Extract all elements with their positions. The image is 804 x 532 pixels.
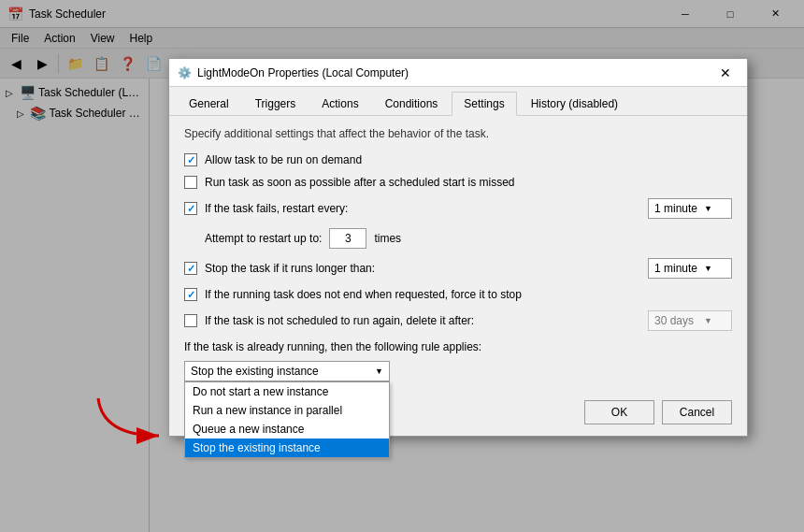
option-do-not-start[interactable]: Do not start a new instance [185, 382, 389, 401]
tabs-container: General Triggers Actions Conditions Sett… [169, 87, 747, 116]
dropdown-stop-arrow: ▼ [704, 264, 712, 273]
rule-dropdown-value: Stop the existing instance [191, 365, 319, 378]
label-stop-longer: Stop the task if it runs longer than: [205, 262, 640, 275]
label-run-missed: Run task as soon as possible after a sch… [205, 176, 732, 189]
checkbox-run-missed[interactable] [184, 176, 197, 189]
checkbox-force-stop[interactable] [184, 288, 197, 301]
dropdown-delete-arrow: ▼ [704, 316, 712, 325]
dropdown-restart-interval[interactable]: 1 minute ▼ [648, 198, 732, 219]
dropdown-stop-duration[interactable]: 1 minute ▼ [648, 258, 732, 279]
option-queue[interactable]: Queue a new instance [185, 420, 389, 439]
option-stop-existing[interactable]: Stop the existing instance [185, 439, 389, 457]
tab-actions[interactable]: Actions [309, 92, 370, 116]
dropdown-stop-value: 1 minute [654, 262, 697, 275]
dropdown-restart-value: 1 minute [654, 202, 697, 215]
modal-overlay: ⚙️ LightModeOn Properties (Local Compute… [0, 0, 804, 532]
setting-delete-after: If the task is not scheduled to run agai… [184, 310, 732, 331]
dropdown-restart-arrow: ▼ [704, 204, 712, 213]
setting-stop-longer: Stop the task if it runs longer than: 1 … [184, 258, 732, 279]
cancel-button[interactable]: Cancel [662, 400, 732, 424]
dropdown-delete-duration[interactable]: 30 days ▼ [648, 310, 732, 331]
dropdown-delete-value: 30 days [654, 314, 694, 327]
rule-dropdown-container: Stop the existing instance ▼ Do not star… [184, 361, 390, 381]
setting-run-missed: Run task as soon as possible after a sch… [184, 176, 732, 189]
label-delete-after: If the task is not scheduled to run agai… [205, 314, 640, 327]
option-run-parallel[interactable]: Run a new instance in parallel [185, 401, 389, 420]
rule-dropdown[interactable]: Stop the existing instance ▼ [184, 361, 390, 381]
label-allow-demand: Allow task to be run on demand [205, 153, 732, 166]
modal-description: Specify additional settings that affect … [184, 127, 732, 140]
restart-label-before: Attempt to restart up to: [205, 232, 322, 245]
tab-general[interactable]: General [177, 92, 241, 116]
restart-attempts-input[interactable] [329, 228, 366, 249]
arrow-indicator [93, 389, 168, 448]
modal-title: LightModeOn Properties (Local Computer) [197, 66, 706, 79]
tab-conditions[interactable]: Conditions [373, 92, 451, 116]
rule-dropdown-arrow: ▼ [375, 367, 383, 376]
rule-dropdown-list: Do not start a new instance Run a new in… [184, 381, 390, 458]
label-restart-every: If the task fails, restart every: [205, 202, 640, 215]
ok-button[interactable]: OK [584, 400, 654, 424]
setting-restart-attempts: Attempt to restart up to: times [184, 228, 732, 249]
modal-body: Specify additional settings that affect … [169, 116, 747, 393]
modal-close-button[interactable]: ✕ [711, 60, 739, 86]
properties-modal: ⚙️ LightModeOn Properties (Local Compute… [168, 58, 748, 437]
setting-allow-demand: Allow task to be run on demand [184, 153, 732, 166]
tab-settings[interactable]: Settings [452, 92, 516, 116]
setting-force-stop: If the running task does not end when re… [184, 288, 732, 301]
setting-restart-every: If the task fails, restart every: 1 minu… [184, 198, 732, 219]
tab-triggers[interactable]: Triggers [243, 92, 309, 116]
restart-label-after: times [374, 232, 401, 245]
tab-history[interactable]: History (disabled) [519, 92, 630, 116]
checkbox-allow-demand[interactable] [184, 153, 197, 166]
modal-title-icon: ⚙️ [177, 65, 192, 80]
rule-label: If the task is already running, then the… [184, 340, 732, 353]
checkbox-restart-every[interactable] [184, 202, 197, 215]
modal-title-bar: ⚙️ LightModeOn Properties (Local Compute… [169, 59, 747, 87]
checkbox-delete-after[interactable] [184, 314, 197, 327]
label-force-stop: If the running task does not end when re… [205, 288, 732, 301]
checkbox-stop-longer[interactable] [184, 262, 197, 275]
